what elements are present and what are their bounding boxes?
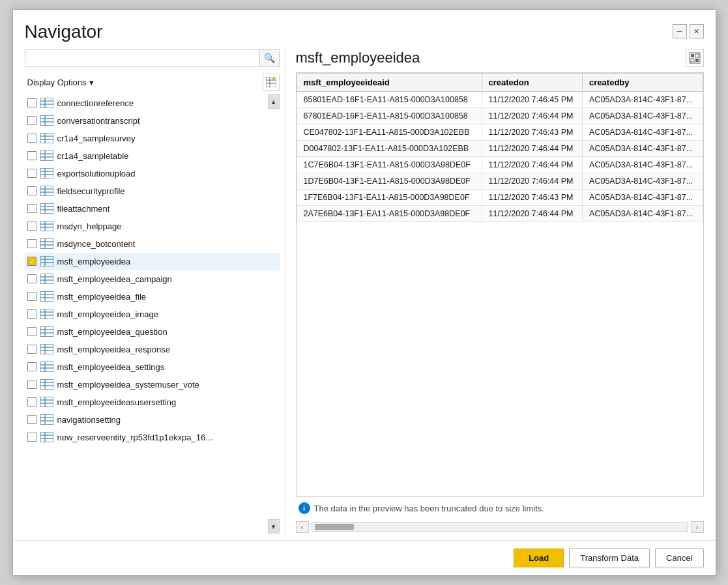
list-item[interactable]: msft_employeeideasusersetting	[25, 393, 280, 411]
list-item[interactable]: msft_employeeidea_response	[25, 341, 280, 358]
list-item-checkbox[interactable]	[27, 397, 36, 407]
preview-settings-button[interactable]	[686, 49, 704, 67]
main-content: 🔍 Display Options ▾	[13, 42, 716, 540]
list-item-checkbox[interactable]	[27, 221, 36, 231]
table-row: 67801EAD-16F1-EA11-A815-000D3A10085811/1…	[297, 108, 703, 124]
list-item-checkbox[interactable]	[27, 116, 36, 125]
display-options-button[interactable]: Display Options ▾	[25, 76, 96, 89]
minimize-button[interactable]: ─	[673, 24, 687, 38]
list-item[interactable]: msft_employeeidea_settings	[25, 358, 280, 376]
list-item-checkbox[interactable]	[27, 204, 36, 213]
svg-rect-54	[40, 309, 53, 319]
list-item[interactable]: exportsolutionupload	[25, 165, 280, 182]
cancel-button[interactable]: Cancel	[655, 549, 703, 567]
list-item[interactable]: fileattachment	[25, 200, 280, 218]
list-item-name: msft_employeeidea_campaign	[57, 274, 172, 284]
table-icon	[40, 291, 53, 302]
table-cell: 65801EAD-16F1-EA11-A815-000D3A100858	[297, 92, 482, 108]
table-cell: 11/12/2020 7:46:45 PM	[482, 92, 583, 108]
list-item-checkbox[interactable]	[27, 433, 36, 442]
list-item-checkbox[interactable]: ✓	[27, 257, 36, 266]
svg-rect-58	[40, 326, 53, 337]
list-item-checkbox[interactable]	[27, 362, 36, 371]
svg-rect-30	[40, 203, 53, 214]
scroll-right-arrow[interactable]: ›	[691, 521, 704, 533]
list-item-checkbox[interactable]	[27, 327, 36, 336]
scroll-left-arrow[interactable]: ‹	[296, 521, 309, 533]
list-item-checkbox[interactable]	[27, 151, 36, 160]
table-cell: AC05AD3A-814C-43F1-87...	[583, 124, 703, 141]
list-item[interactable]: fieldsecurityprofile	[25, 182, 280, 200]
list-item-checkbox[interactable]	[27, 274, 36, 283]
horizontal-scrollbar[interactable]: ‹ ›	[296, 521, 704, 534]
item-list[interactable]: ▲ connectionreferenceconversationtranscr…	[25, 94, 280, 534]
table-cell: 11/12/2020 7:46:44 PM	[482, 157, 583, 173]
list-item-name: exportsolutionupload	[57, 169, 136, 178]
list-item[interactable]: msft_employeeidea_image	[25, 306, 280, 323]
scroll-thumb[interactable]	[315, 524, 354, 530]
table-row: CE047802-13F1-EA11-A815-000D3A102EBB11/1…	[297, 124, 703, 141]
list-item[interactable]: new_reserveentity_rp53fd1p1ekxpa_16...	[25, 429, 280, 446]
list-item[interactable]: msft_employeeidea_campaign	[25, 270, 280, 288]
preview-title: msft_employeeidea	[296, 50, 420, 66]
svg-rect-22	[40, 168, 53, 178]
list-item[interactable]: navigationsetting	[25, 411, 280, 429]
scroll-up-button[interactable]: ▲	[268, 94, 280, 109]
svg-rect-14	[40, 133, 53, 143]
list-item-checkbox[interactable]	[27, 239, 36, 248]
table-header-cell: createdby	[583, 74, 703, 92]
list-item[interactable]: connectionreference	[25, 94, 280, 112]
table-cell: AC05AD3A-814C-43F1-87...	[583, 190, 703, 206]
list-item-name: connectionreference	[57, 98, 134, 108]
svg-rect-66	[40, 362, 53, 372]
search-button[interactable]: 🔍	[260, 49, 280, 67]
list-item[interactable]: msdyn_helppage	[25, 218, 280, 235]
table-cell: 11/12/2020 7:46:43 PM	[482, 190, 583, 206]
list-item-name: msft_employeeidea	[57, 257, 131, 266]
table-icon	[40, 397, 53, 407]
list-item[interactable]: msft_employeeidea_file	[25, 288, 280, 306]
list-item-checkbox[interactable]	[27, 415, 36, 424]
display-options-row: Display Options ▾	[25, 72, 280, 92]
list-item-name: msdyn_helppage	[57, 221, 122, 231]
table-cell: AC05AD3A-814C-43F1-87...	[583, 206, 703, 222]
close-button[interactable]: ✕	[690, 24, 704, 38]
left-pane: 🔍 Display Options ▾	[25, 49, 285, 534]
list-item-checkbox[interactable]	[27, 380, 36, 389]
list-item-checkbox[interactable]	[27, 292, 36, 301]
list-item[interactable]: msft_employeeidea_question	[25, 323, 280, 341]
search-icon: 🔍	[264, 53, 275, 63]
list-item[interactable]: ✓msft_employeeidea	[25, 253, 280, 270]
list-item-checkbox[interactable]	[27, 134, 36, 143]
list-item-name: msft_employeeidea_image	[57, 309, 158, 319]
load-button[interactable]: Load	[514, 549, 564, 567]
list-item[interactable]: conversationtranscript	[25, 112, 280, 130]
table-icon	[40, 379, 53, 390]
list-item-name: msdynce_botcontent	[57, 239, 136, 249]
list-item[interactable]: msft_employeeidea_systemuser_vote	[25, 376, 280, 393]
list-item[interactable]: cr1a4_sampletable	[25, 147, 280, 165]
svg-rect-82	[40, 432, 53, 442]
list-item[interactable]: msdynce_botcontent	[25, 235, 280, 253]
table-cell: AC05AD3A-814C-43F1-87...	[583, 92, 703, 108]
list-item-name: cr1a4_sampletable	[57, 151, 129, 161]
table-icon	[40, 256, 53, 266]
chevron-down-icon: ▾	[89, 78, 94, 87]
list-item[interactable]: cr1a4_samplesurvey	[25, 130, 280, 147]
scroll-down-button[interactable]: ▼	[268, 519, 280, 534]
table-header-cell: createdon	[482, 74, 583, 92]
list-item-checkbox[interactable]	[27, 309, 36, 319]
search-row: 🔍	[25, 49, 280, 67]
scroll-track[interactable]	[312, 522, 688, 532]
list-item-checkbox[interactable]	[27, 98, 36, 107]
footer: Load Transform Data Cancel	[13, 540, 716, 575]
table-icon	[40, 203, 53, 214]
list-item-checkbox[interactable]	[27, 186, 36, 195]
list-item-checkbox[interactable]	[27, 169, 36, 178]
svg-rect-10	[40, 115, 53, 126]
table-view-button[interactable]	[263, 74, 280, 91]
search-input[interactable]	[25, 49, 260, 67]
data-table-container[interactable]: msft_employeeideaidcreatedoncreatedby 65…	[296, 72, 704, 497]
transform-data-button[interactable]: Transform Data	[569, 549, 650, 567]
list-item-checkbox[interactable]	[27, 345, 36, 354]
